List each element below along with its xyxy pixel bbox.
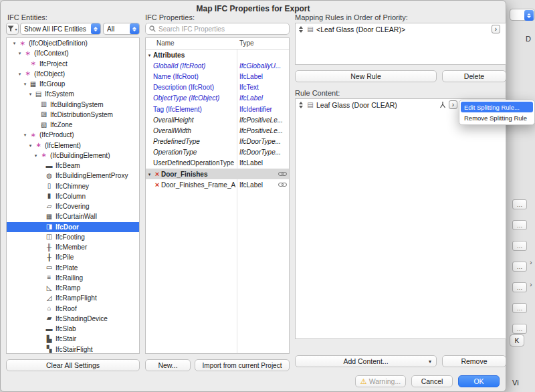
tree-item-icon: ╫: [45, 244, 54, 251]
reorder-stepper-icon[interactable]: [298, 26, 304, 33]
disclosure-caret[interactable]: ▾: [27, 92, 34, 96]
tree-item[interactable]: ▰ IfcShadingDevice: [7, 314, 139, 324]
tree-item[interactable]: ◿ IfcRampFlight: [7, 293, 139, 303]
tree-item[interactable]: ▾ ∗ (IfcProduct): [7, 130, 139, 140]
background-ellipsis-button[interactable]: …: [512, 282, 527, 292]
tree-item[interactable]: ▬ IfcSlab: [7, 324, 139, 334]
tree-item[interactable]: ▭ IfcPlate: [7, 263, 139, 273]
cancel-button[interactable]: Cancel: [411, 375, 453, 387]
property-name: Door_Finishes: [161, 171, 207, 178]
tree-item[interactable]: ≡ IfcRailing: [7, 273, 139, 283]
background-ellipsis-button[interactable]: …: [512, 262, 527, 272]
clear-all-settings-button[interactable]: Clear All Settings: [6, 359, 140, 371]
mapping-rule-row[interactable]: ▤ <Leaf Glass (Door CLEAR)> ›: [296, 23, 506, 35]
funnel-icon: [7, 25, 14, 32]
tree-item[interactable]: ▯ IfcChimney: [7, 181, 139, 191]
tree-item-label: IfcDoor: [56, 223, 79, 231]
tree-item[interactable]: ▱ IfcCovering: [7, 201, 139, 211]
disclosure-caret[interactable]: ▾: [16, 51, 23, 56]
disclosure-caret[interactable]: ▾: [146, 53, 153, 58]
property-row[interactable]: ▾ × Attributes: [146, 50, 289, 60]
tree-item[interactable]: ▨ IfcDistributionSystem: [7, 110, 139, 120]
property-row[interactable]: × Name (IfcRoot) IfcLabel: [146, 71, 289, 82]
property-row[interactable]: × OperationType IfcDoorType...: [146, 147, 289, 158]
disclosure-caret[interactable]: ▾: [21, 132, 29, 137]
disclosure-caret[interactable]: ▾: [32, 153, 39, 158]
property-row[interactable]: ▾ × Door_Finishes: [146, 169, 289, 179]
property-row[interactable]: × OverallHeight IfcPositiveLe...: [146, 114, 289, 125]
new-property-button[interactable]: New...: [145, 359, 191, 371]
tree-item[interactable]: ▦ IfcCurtainWall: [7, 211, 139, 221]
context-menu-item[interactable]: Edit Splitting Rule...: [461, 102, 533, 112]
tree-item[interactable]: ▙ IfcStair: [7, 334, 139, 344]
tree-item[interactable]: ▬ IfcBeam: [7, 161, 139, 171]
import-from-project-button[interactable]: Import from current Project: [195, 359, 290, 371]
background-ellipsis-button[interactable]: …: [512, 241, 527, 251]
delete-rule-button[interactable]: Delete: [442, 70, 506, 82]
property-row[interactable]: × ObjectType (IfcObject) IfcLabel: [146, 93, 289, 104]
tree-item[interactable]: ╫ IfcMember: [7, 242, 139, 252]
tree-item-label: IfcSystem: [45, 90, 74, 98]
tree-item[interactable]: ▮ IfcColumn: [7, 191, 139, 201]
background-ellipsis-button[interactable]: …: [512, 220, 527, 230]
background-dropdown[interactable]: [510, 9, 535, 21]
property-row[interactable]: × Tag (IfcElement) IfcIdentifier: [146, 104, 289, 114]
property-row[interactable]: × UserDefinedOperationType IfcLabel: [146, 158, 289, 169]
background-chevron-icon[interactable]: ›: [530, 280, 532, 288]
tree-item[interactable]: ▚ IfcStairFlight: [7, 345, 139, 355]
new-rule-button[interactable]: New Rule: [295, 70, 437, 82]
ok-button[interactable]: OK: [458, 375, 500, 387]
property-row[interactable]: × Description (IfcRoot) IfcText: [146, 82, 289, 93]
delete-x-icon[interactable]: ×: [153, 171, 161, 178]
tree-item[interactable]: ▾ ∗ (IfcObjectDefinition): [7, 38, 139, 48]
filter-button[interactable]: ▾: [6, 23, 19, 35]
property-row[interactable]: × GlobalId (IfcRoot) IfcGloballyU...: [146, 60, 289, 71]
tree-item[interactable]: ◨ IfcDoor: [7, 222, 139, 232]
background-ellipsis-button[interactable]: …: [512, 303, 527, 313]
tree-item[interactable]: ◺ IfcRamp: [7, 283, 139, 293]
tree-item[interactable]: ▾ ∗ (IfcElement): [7, 140, 139, 151]
background-chevron-icon[interactable]: ›: [530, 258, 532, 266]
disclosure-caret[interactable]: ▾: [146, 172, 153, 177]
tree-item[interactable]: ∗ IfcProject: [7, 59, 139, 69]
property-name: ObjectType (IfcObject): [153, 94, 219, 102]
expand-chevron-button[interactable]: ›: [492, 25, 500, 33]
reorder-stepper-icon[interactable]: [298, 102, 304, 108]
tree-item[interactable]: ▾ ▦ IfcGroup: [7, 79, 139, 89]
properties-panel-label: IFC Properties:: [145, 13, 195, 21]
tree-item[interactable]: ▾ ∗ (IfcContext): [7, 48, 139, 58]
add-content-dropdown[interactable]: Add Content... ▾: [295, 355, 437, 367]
delete-x-icon[interactable]: ×: [153, 181, 161, 189]
warning-button[interactable]: ⚠ Warning...: [355, 375, 406, 387]
remove-content-button[interactable]: Remove: [442, 355, 506, 367]
background-ellipsis-button[interactable]: …: [512, 324, 527, 334]
tree-item[interactable]: ◫ IfcFooting: [7, 232, 139, 242]
rule-content-label: Rule Content:: [295, 89, 340, 97]
tree-item[interactable]: ⌂ IfcRoof: [7, 304, 139, 314]
tree-item-icon: ⌂: [45, 305, 54, 312]
tree-item[interactable]: ▾ ▤ IfcSystem: [7, 89, 139, 99]
entity-filter-dropdown[interactable]: Show All IFC Entities: [20, 23, 101, 35]
property-row[interactable]: × Door_Finishes_Frame_A IfcLabel: [146, 179, 289, 190]
tree-item[interactable]: ▧ IfcZone: [7, 120, 139, 130]
property-row[interactable]: × OverallWidth IfcPositiveLe...: [146, 125, 289, 136]
tree-item[interactable]: ▥ IfcBuildingSystem: [7, 100, 139, 110]
background-ellipsis-button[interactable]: …: [512, 199, 527, 209]
screen: D … … … … … … … › › K Vi Map IFC Propert…: [0, 0, 535, 392]
background-ok-button-partial[interactable]: K: [510, 334, 524, 347]
context-menu-item[interactable]: Remove Splitting Rule: [461, 112, 533, 123]
disclosure-caret[interactable]: ▾: [11, 41, 18, 45]
expand-chevron-button[interactable]: ›: [449, 100, 457, 109]
splitting-rule-icon[interactable]: [439, 101, 447, 109]
tree-item[interactable]: ▾ ∗ (IfcBuildingElement): [7, 151, 139, 161]
entity-scope-dropdown[interactable]: All: [103, 23, 140, 35]
tree-item[interactable]: ▾ ∗ (IfcObject): [7, 69, 139, 79]
search-input[interactable]: [158, 25, 286, 33]
property-row[interactable]: × PredefinedType IfcDoorType...: [146, 136, 289, 147]
disclosure-caret[interactable]: ▾: [21, 82, 29, 86]
properties-rows: ▾ × Attributes × GlobalId (IfcRoot) IfcG…: [146, 50, 289, 353]
disclosure-caret[interactable]: ▾: [16, 72, 23, 76]
disclosure-caret[interactable]: ▾: [27, 143, 34, 148]
tree-item[interactable]: ◍ IfcBuildingElementProxy: [7, 171, 139, 181]
tree-item[interactable]: ╂ IfcPile: [7, 252, 139, 262]
